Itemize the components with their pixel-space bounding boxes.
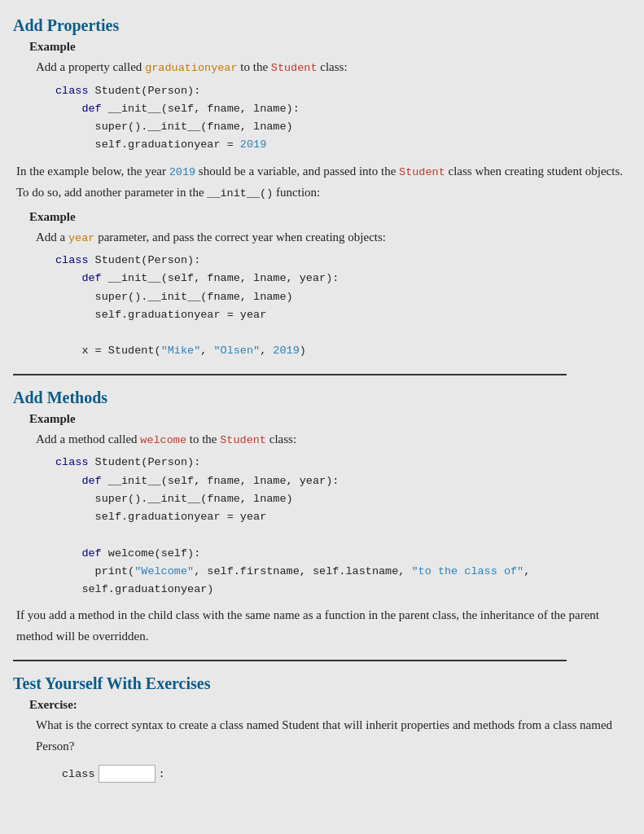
example-intro-2: Add a year parameter, and pass the corre… xyxy=(36,227,631,248)
example-label-2: Example xyxy=(29,210,631,224)
body-text-2: If you add a method in the child class w… xyxy=(16,605,628,647)
exercise-question: What is the correct syntax to create a c… xyxy=(36,715,631,757)
highlight-welcome: welcome xyxy=(140,434,186,446)
inline-year-2019: 2019 xyxy=(169,166,195,178)
example-intro-1: Add a property called graduationyear to … xyxy=(36,57,631,77)
body-text-1: In the example below, the year 2019 shou… xyxy=(16,161,628,204)
add-properties-example1: Example Add a property called graduation… xyxy=(13,40,631,155)
inline-init: __init__() xyxy=(207,187,273,200)
add-methods-example: Example Add a method called welcome to t… xyxy=(13,412,631,599)
exercise-code-prefix: class xyxy=(62,768,95,780)
divider-1 xyxy=(13,374,567,375)
example-label-3: Example xyxy=(29,412,631,426)
highlight-student-1: Student xyxy=(271,62,318,74)
exercise-code-suffix: : xyxy=(159,768,165,780)
add-properties-example2: Example Add a year parameter, and pass t… xyxy=(13,210,631,361)
example-label-1: Example xyxy=(29,40,631,54)
add-methods-title: Add Methods xyxy=(13,388,631,407)
highlight-year: year xyxy=(68,232,94,244)
code-block-3: class Student(Person): def __init__(self… xyxy=(55,454,631,599)
test-yourself-title: Test Yourself With Exercises xyxy=(13,674,631,693)
example-intro-3: Add a method called welcome to the Stude… xyxy=(36,429,631,450)
highlight-graduationyear: graduationyear xyxy=(145,62,237,74)
divider-2 xyxy=(13,660,567,661)
exercise-label: Exercise: xyxy=(29,698,631,712)
exercise-input[interactable] xyxy=(99,765,156,783)
exercise-code-line: class : xyxy=(62,765,631,783)
exercise-section: Exercise: What is the correct syntax to … xyxy=(13,698,631,783)
code-block-2: class Student(Person): def __init__(self… xyxy=(55,252,631,361)
code-block-1: class Student(Person): def __init__(self… xyxy=(55,82,631,155)
add-properties-title: Add Properties xyxy=(13,16,631,35)
inline-student-2: Student xyxy=(399,166,445,178)
highlight-student-3: Student xyxy=(220,434,266,446)
